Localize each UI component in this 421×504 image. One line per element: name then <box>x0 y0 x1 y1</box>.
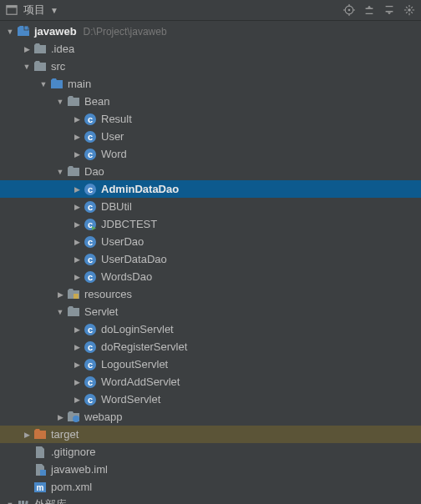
node-jdbctest[interactable]: cJDBCTEST <box>0 215 421 233</box>
excluded-folder-icon <box>33 428 47 441</box>
chevron-right-icon[interactable] <box>72 255 82 264</box>
node-dao[interactable]: Dao <box>0 163 421 180</box>
resources-folder-icon <box>67 288 80 301</box>
node-logout[interactable]: cLogoutServlet <box>0 355 421 373</box>
node-wordservlet[interactable]: cWordServlet <box>0 391 421 408</box>
chevron-down-icon[interactable] <box>38 80 48 88</box>
node-user[interactable]: cUser <box>0 128 421 145</box>
node-main[interactable]: main <box>0 75 421 93</box>
collapse-all-icon[interactable] <box>383 3 396 17</box>
svg-text:c: c <box>88 255 93 265</box>
chevron-right-icon[interactable] <box>72 378 82 386</box>
chevron-right-icon[interactable] <box>22 431 32 439</box>
chevron-right-icon[interactable] <box>55 413 65 421</box>
package-icon <box>67 305 80 319</box>
iml-icon <box>33 463 47 476</box>
chevron-right-icon[interactable] <box>72 325 82 334</box>
chevron-right-icon[interactable] <box>72 238 82 246</box>
node-label: Result <box>101 113 132 125</box>
chevron-down-icon[interactable] <box>55 98 65 106</box>
node-resources[interactable]: resources <box>0 285 421 303</box>
chevron-down-icon[interactable] <box>5 28 15 36</box>
node-admindatadao[interactable]: cAdminDataDao <box>0 180 421 198</box>
node-userdao[interactable]: cUserDao <box>0 233 421 250</box>
node-label: .idea <box>51 43 74 55</box>
chevron-down-icon[interactable] <box>55 308 65 316</box>
chevron-right-icon[interactable] <box>72 220 82 229</box>
chevron-right-icon[interactable] <box>72 115 82 123</box>
project-tree[interactable]: javaweb D:\Project\javaweb .idea src mai… <box>0 21 421 504</box>
node-pom[interactable]: m pom.xml <box>0 478 421 496</box>
file-icon <box>33 446 47 459</box>
node-dologin[interactable]: cdoLoginServlet <box>0 320 421 338</box>
chevron-down-icon[interactable] <box>5 501 15 505</box>
class-icon: c <box>84 130 97 144</box>
chevron-right-icon[interactable] <box>72 360 82 369</box>
chevron-right-icon[interactable] <box>72 273 82 281</box>
toolbar-title: 项目 <box>23 3 45 18</box>
node-dbutil[interactable]: cDBUtil <box>0 198 421 215</box>
svg-text:c: c <box>88 325 93 335</box>
node-label: src <box>51 60 65 73</box>
node-label: 外部库 <box>34 497 67 505</box>
svg-rect-41 <box>24 500 28 504</box>
svg-text:c: c <box>88 395 93 405</box>
node-bean[interactable]: Bean <box>0 93 421 110</box>
chevron-right-icon[interactable] <box>55 290 65 299</box>
svg-rect-24 <box>74 294 79 299</box>
class-icon: c <box>84 340 97 354</box>
node-label: Dao <box>84 165 104 178</box>
node-wordsdao[interactable]: cWordsDao <box>0 268 421 285</box>
svg-text:c: c <box>88 377 93 387</box>
svg-point-4 <box>408 8 411 12</box>
node-label: pom.xml <box>51 481 92 493</box>
chevron-right-icon[interactable] <box>72 203 82 211</box>
settings-icon[interactable] <box>403 3 416 17</box>
chevron-right-icon[interactable] <box>72 150 82 159</box>
node-src[interactable]: src <box>0 58 421 75</box>
web-folder-icon <box>67 411 80 424</box>
svg-point-3 <box>348 9 351 12</box>
svg-text:c: c <box>88 114 93 124</box>
node-target[interactable]: target <box>0 426 421 443</box>
svg-text:c: c <box>88 360 93 370</box>
project-tool-icon <box>5 3 18 17</box>
chevron-right-icon[interactable] <box>72 133 82 141</box>
node-wordadd[interactable]: cWordAddServlet <box>0 373 421 391</box>
node-gitignore[interactable]: .gitignore <box>0 443 421 461</box>
node-label: LogoutServlet <box>101 358 168 370</box>
node-iml[interactable]: javaweb.iml <box>0 461 421 478</box>
node-idea[interactable]: .idea <box>0 40 421 58</box>
node-label: JDBCTEST <box>101 218 157 230</box>
node-label: javaweb.iml <box>51 463 108 476</box>
chevron-down-icon[interactable] <box>22 63 32 71</box>
svg-rect-36 <box>40 470 46 476</box>
node-label: WordServlet <box>101 393 160 406</box>
node-webapp[interactable]: webapp <box>0 408 421 426</box>
node-root[interactable]: javaweb D:\Project\javaweb <box>0 23 421 40</box>
chevron-right-icon[interactable] <box>72 396 82 404</box>
node-doregister[interactable]: cdoRegisterServlet <box>0 338 421 355</box>
node-userdatadao[interactable]: cUserDataDao <box>0 250 421 268</box>
library-icon <box>17 498 30 505</box>
node-label: main <box>68 78 91 90</box>
class-icon: c <box>84 270 97 284</box>
dropdown-icon[interactable]: ▼ <box>50 6 58 15</box>
node-word[interactable]: cWord <box>0 145 421 163</box>
class-icon: c <box>84 253 97 266</box>
svg-text:c: c <box>88 149 93 159</box>
expand-all-icon[interactable] <box>363 3 376 17</box>
node-servlet[interactable]: Servlet <box>0 303 421 320</box>
svg-text:c: c <box>88 202 93 212</box>
chevron-right-icon[interactable] <box>72 343 82 351</box>
node-result[interactable]: cResult <box>0 110 421 128</box>
class-icon: c <box>84 148 97 161</box>
node-label: doLoginServlet <box>101 323 174 335</box>
node-external-libraries[interactable]: 外部库 <box>0 496 421 504</box>
chevron-down-icon[interactable] <box>55 168 65 176</box>
class-icon: c <box>84 323 97 336</box>
locate-icon[interactable] <box>342 3 356 17</box>
chevron-right-icon[interactable] <box>72 185 82 194</box>
chevron-right-icon[interactable] <box>22 45 32 53</box>
node-label: doRegisterServlet <box>101 340 187 353</box>
